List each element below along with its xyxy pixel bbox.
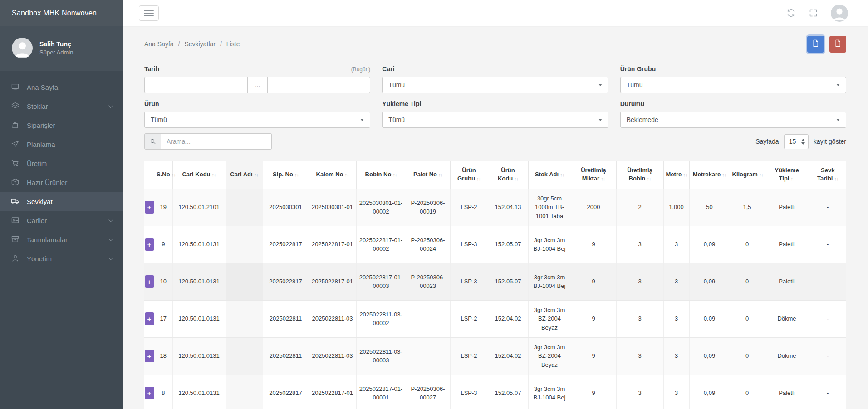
col-header-label: Stok Adı — [535, 171, 559, 178]
sidebar: Sandbox MHK Nonwoven Salih Tunç Süper Ad… — [0, 0, 123, 409]
col-header-metre[interactable]: Metre↑↓ — [663, 161, 689, 189]
content: Ana Sayfa/Sevkiyatlar/Liste Tarih (Bugün… — [123, 26, 868, 409]
col-header-cari-kodu[interactable]: Cari Kodu↑↓ — [172, 161, 226, 189]
col-header-uretilmis-bobin[interactable]: Üretilmiş Bobin↑↓ — [616, 161, 663, 189]
expand-row-button[interactable]: + — [145, 312, 154, 325]
cell-kilogram: 0 — [730, 375, 765, 409]
expand-plus-icon: + — [147, 316, 152, 322]
sidebar-item-cariler[interactable]: Cariler — [0, 211, 123, 230]
yukleme-tipi-select[interactable]: Tümü — [382, 112, 608, 128]
col-header-label: Cari Adı — [230, 171, 252, 178]
expand-cell: + — [144, 337, 154, 375]
sidebar-item-stoklar[interactable]: Stoklar — [0, 97, 123, 116]
cell-cari-adi — [226, 300, 263, 337]
sidebar-item-uretim[interactable]: Üretim — [0, 154, 123, 173]
expand-row-button[interactable]: + — [145, 387, 154, 399]
sidebar-item-label: Tanımlamalar — [27, 236, 68, 243]
cell-s-no: 17 — [154, 300, 172, 337]
breadcrumb-item[interactable]: Sevkiyatlar — [185, 40, 216, 48]
expand-cell: + — [144, 189, 154, 226]
col-header-metrekare[interactable]: Metrekare↑↓ — [689, 161, 730, 189]
urun-grubu-select[interactable]: Tümü — [620, 77, 846, 93]
col-header-label: Ürün Grubu — [457, 167, 476, 182]
caret-down-icon — [598, 119, 602, 121]
search-input[interactable] — [161, 133, 272, 150]
cell-kalem-no: 2025022811-03 — [309, 300, 356, 337]
col-header-palet-no[interactable]: Palet No↑↓ — [406, 161, 450, 189]
date-range-button[interactable]: ... — [248, 77, 268, 93]
expand-cell: + — [144, 226, 154, 263]
sidebar-item-hazir-urunler[interactable]: Hazır Ürünler — [0, 173, 123, 192]
breadcrumb-item[interactable]: Ana Sayfa — [144, 40, 174, 48]
expand-row-button[interactable]: + — [145, 275, 154, 288]
table-row: +17120.50.01.013120250228112025022811-03… — [144, 300, 846, 337]
accounts-icon — [11, 216, 20, 225]
col-header-urun-kodu[interactable]: Ürün Kodu↑↓ — [488, 161, 528, 189]
cell-uretilmis-miktar: 2000 — [571, 189, 616, 226]
app-title: Sandbox MHK Nonwoven — [0, 0, 123, 26]
cari-select[interactable]: Tümü — [382, 77, 608, 93]
date-end-input[interactable] — [268, 77, 371, 93]
cell-stok-adi: 3gr 3cm 3m BJ-1004 Bej — [528, 226, 571, 263]
filter-urun-grubu: Ürün Grubu Tümü — [620, 65, 846, 93]
durumu-select[interactable]: Beklemede — [620, 112, 846, 128]
caret-down-icon — [598, 84, 602, 86]
sort-icon: ↑↓ — [647, 176, 651, 181]
export-excel-icon — [811, 39, 820, 49]
page-size-input[interactable]: 15 — [784, 134, 809, 149]
cell-uretilmis-miktar: 9 — [571, 375, 616, 409]
topbar-actions — [786, 5, 848, 22]
cell-urun-kodu: 152.04.13 — [488, 189, 528, 226]
cell-uretilmis-bobin: 3 — [616, 375, 663, 409]
col-header-urun-grubu[interactable]: Ürün Grubu↑↓ — [450, 161, 488, 189]
sidebar-item-tanimlamalar[interactable]: Tanımlamalar — [0, 230, 123, 249]
sort-icon: ↑↓ — [560, 172, 564, 177]
col-header-sevk-tarihi[interactable]: Sevk Tarihi↑↓ — [809, 161, 846, 189]
cell-uretilmis-miktar: 9 — [571, 300, 616, 337]
sort-icon: ↑↓ — [212, 172, 216, 177]
sidebar-item-sevkiyat[interactable]: Sevkiyat — [0, 192, 123, 211]
col-header-s-no[interactable]: S.No↑↓ — [154, 161, 172, 189]
chevron-down-icon — [108, 218, 113, 222]
sort-icon: ↑↓ — [601, 176, 605, 181]
refresh-icon[interactable] — [786, 8, 796, 18]
cell-urun-kodu: 152.05.07 — [488, 226, 528, 263]
col-header-yukleme-tipi[interactable]: Yükleme Tipi↑↓ — [765, 161, 809, 189]
cell-palet-no: P-20250306-00024 — [406, 226, 450, 263]
col-header-sip-no[interactable]: Sip. No↑↓ — [263, 161, 309, 189]
cell-kalem-no: 2025022817-01 — [309, 375, 356, 409]
col-header-bobin-no[interactable]: Bobin No↑↓ — [356, 161, 406, 189]
cell-sevk-tarihi: - — [809, 375, 846, 409]
fullscreen-icon[interactable] — [809, 8, 818, 18]
date-start-input[interactable] — [144, 77, 248, 93]
menu-icon — [144, 10, 154, 11]
cell-urun-grubu: LSP-2 — [450, 300, 488, 337]
sidebar-item-siparisler[interactable]: Siparişler — [0, 116, 123, 135]
expand-row-button[interactable]: + — [145, 238, 154, 251]
sidebar-item-planlama[interactable]: Planlama — [0, 135, 123, 154]
filter-yukleme-tipi: Yükleme Tipi Tümü — [382, 100, 608, 128]
cell-metre: 3 — [663, 337, 689, 375]
col-header-uretilmis-miktar[interactable]: Üretilmiş Miktar↑↓ — [571, 161, 616, 189]
user-avatar-button[interactable] — [831, 5, 848, 22]
col-header-cari-adi[interactable]: Cari Adı↑↓ — [226, 161, 263, 189]
chevron-down-icon — [108, 237, 113, 241]
cell-uretilmis-miktar: 9 — [571, 226, 616, 263]
sidebar-item-yonetim[interactable]: Yönetim — [0, 249, 123, 268]
sidebar-menu: Ana SayfaStoklarSiparişlerPlanlamaÜretim… — [0, 71, 123, 268]
export-buttons — [807, 36, 846, 53]
sidebar-item-ana-sayfa[interactable]: Ana Sayfa — [0, 78, 123, 97]
cell-urun-kodu: 152.04.02 — [488, 337, 528, 375]
breadcrumb: Ana Sayfa/Sevkiyatlar/Liste — [144, 40, 240, 48]
export-pdf-button[interactable] — [829, 36, 846, 53]
col-header-kilogram[interactable]: Kilogram↑↓ — [730, 161, 765, 189]
col-header-kalem-no[interactable]: Kalem No↑↓ — [309, 161, 356, 189]
cell-uretilmis-bobin: 2 — [616, 189, 663, 226]
export-excel-button[interactable] — [807, 36, 824, 53]
col-header-stok-adi[interactable]: Stok Adı↑↓ — [528, 161, 571, 189]
cell-cari-kodu: 120.50.01.0131 — [172, 337, 226, 375]
urun-select[interactable]: Tümü — [144, 112, 370, 128]
expand-row-button[interactable]: + — [145, 201, 154, 214]
expand-row-button[interactable]: + — [145, 350, 154, 362]
sidebar-toggle-button[interactable] — [139, 5, 159, 21]
